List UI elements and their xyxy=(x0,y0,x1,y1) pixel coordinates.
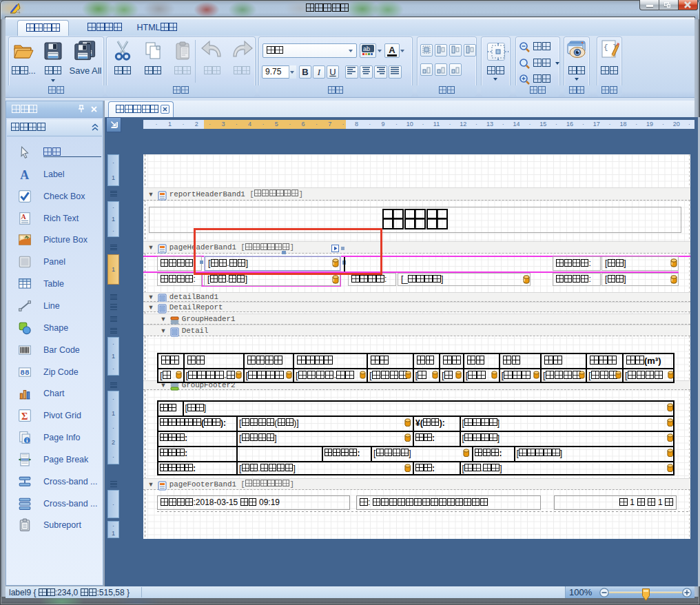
svg-text:Σ: Σ xyxy=(21,411,28,422)
svg-text:ab: ab xyxy=(363,45,370,52)
svg-text:88: 88 xyxy=(20,369,30,377)
svg-text:A: A xyxy=(20,168,29,181)
svg-text:A: A xyxy=(21,213,26,221)
